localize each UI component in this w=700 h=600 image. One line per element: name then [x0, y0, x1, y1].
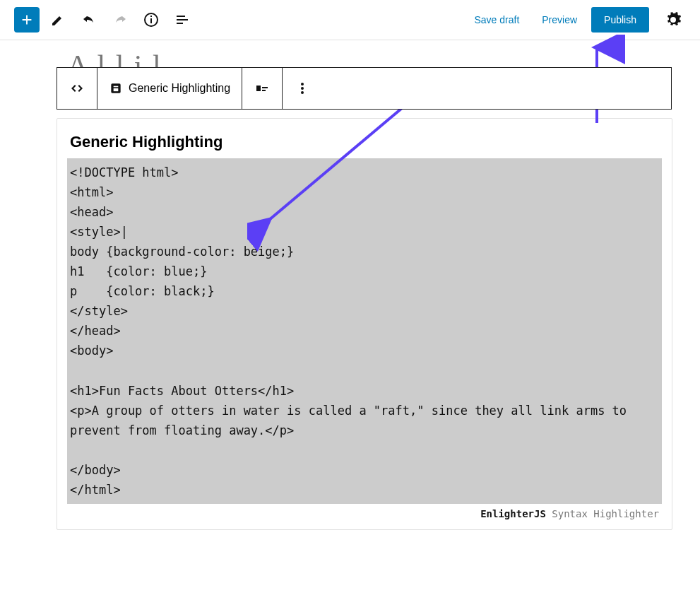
gear-icon — [665, 11, 682, 28]
edit-tool-button[interactable] — [45, 7, 71, 33]
svg-rect-8 — [262, 90, 266, 91]
code-block[interactable]: Generic Highlighting <!DOCTYPE html> <ht… — [57, 118, 672, 530]
plus-icon — [19, 12, 35, 28]
block-type-button[interactable] — [57, 68, 97, 109]
more-vertical-icon — [294, 80, 311, 97]
block-label-button[interactable]: Generic Highlighting — [97, 68, 242, 109]
code-icon — [69, 80, 85, 97]
more-options-button[interactable] — [283, 68, 322, 109]
undo-button[interactable] — [76, 7, 102, 33]
block-generic-icon — [109, 81, 123, 95]
editor-top-toolbar: Save draft Preview Publish — [0, 0, 700, 40]
svg-rect-5 — [114, 88, 119, 91]
publish-button[interactable]: Publish — [591, 7, 649, 33]
code-block-title: Generic Highlighting — [67, 129, 662, 158]
pencil-icon — [49, 11, 66, 28]
info-button[interactable] — [138, 7, 164, 33]
svg-rect-4 — [114, 86, 119, 88]
align-icon — [254, 80, 271, 97]
svg-rect-6 — [256, 86, 261, 91]
redo-icon — [112, 11, 129, 28]
svg-rect-7 — [262, 87, 268, 88]
undo-icon — [81, 11, 97, 28]
info-icon — [143, 11, 160, 28]
code-block-content[interactable]: <!DOCTYPE html> <html> <head> <style>| b… — [67, 158, 662, 504]
svg-point-10 — [301, 87, 304, 90]
outline-button[interactable] — [170, 7, 195, 33]
add-block-button[interactable] — [14, 7, 40, 33]
save-draft-button[interactable]: Save draft — [465, 8, 528, 31]
svg-rect-2 — [150, 16, 152, 17]
align-button[interactable] — [242, 68, 283, 109]
svg-point-9 — [301, 83, 304, 86]
block-label-text: Generic Highlighting — [129, 82, 230, 95]
svg-point-11 — [301, 91, 304, 94]
list-icon — [174, 11, 191, 28]
editor-canvas: A l l i l Generic Highlighting — [0, 40, 700, 558]
svg-rect-1 — [150, 18, 152, 23]
code-block-footer: EnlighterJS Syntax Highlighter — [67, 504, 662, 527]
footer-brand: EnlighterJS — [480, 508, 546, 519]
redo-button[interactable] — [107, 7, 133, 33]
preview-button[interactable]: Preview — [533, 8, 586, 31]
settings-button[interactable] — [660, 7, 686, 33]
block-toolbar: Generic Highlighting — [57, 67, 672, 110]
footer-text: Syntax Highlighter — [546, 508, 659, 519]
